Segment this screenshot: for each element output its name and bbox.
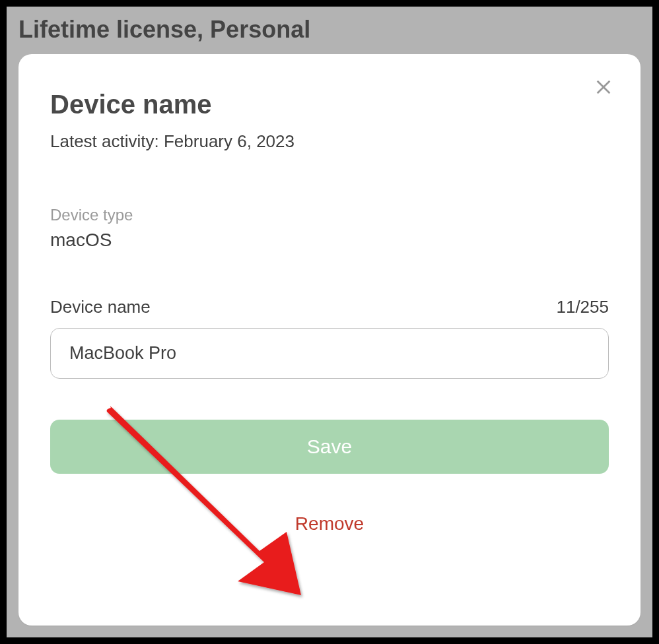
activity-prefix: Latest activity: (50, 131, 164, 151)
close-button[interactable] (592, 75, 615, 99)
device-name-input[interactable] (50, 328, 609, 379)
device-name-label-row: Device name 11/255 (50, 297, 609, 317)
char-count: 11/255 (556, 297, 609, 317)
device-edit-modal: Device name Latest activity: February 6,… (18, 54, 641, 626)
remove-button[interactable]: Remove (50, 513, 609, 534)
page-title: Lifetime license, Personal (7, 7, 652, 44)
activity-date: February 6, 2023 (164, 131, 295, 151)
device-name-label: Device name (50, 297, 151, 317)
latest-activity: Latest activity: February 6, 2023 (50, 131, 609, 152)
device-type-label: Device type (50, 206, 609, 224)
device-type-value: macOS (50, 230, 609, 251)
modal-title: Device name (50, 90, 609, 119)
save-button[interactable]: Save (50, 420, 609, 474)
page-backdrop: Lifetime license, Personal Device name L… (7, 7, 652, 637)
close-icon (594, 78, 613, 96)
